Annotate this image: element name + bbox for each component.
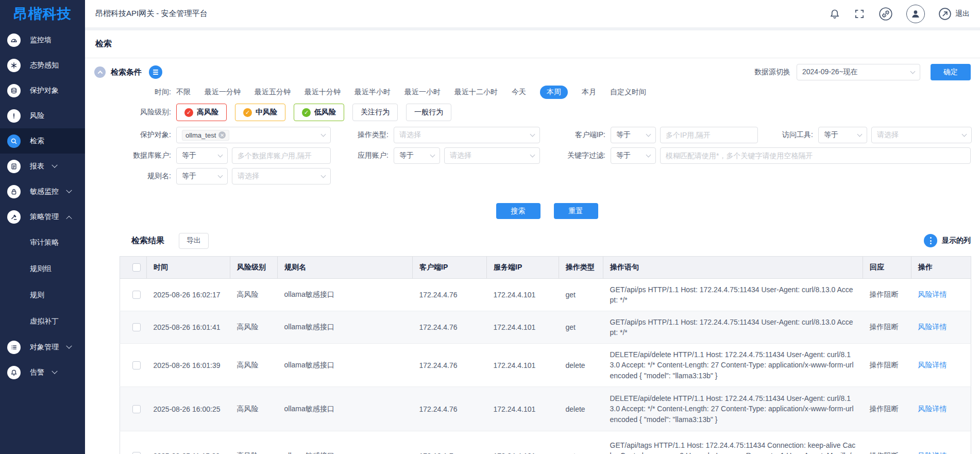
sidebar-item-rules[interactable]: 规则	[0, 282, 85, 308]
time-option[interactable]: 最近十分钟	[305, 88, 341, 97]
fullscreen-icon[interactable]	[854, 8, 865, 20]
cell-client-ip: 172.24.4.76	[413, 311, 487, 344]
content-card: 检索 检索条件 数据源切换 2024-09-26~现在 确定 时间:	[85, 30, 980, 454]
app-title: 昂楷科技API网关 - 安全管理平台	[95, 9, 208, 19]
row-checkbox[interactable]	[132, 291, 141, 299]
sidebar-item-virtual-patch[interactable]: 虚拟补丁	[0, 308, 85, 334]
sidebar-subitem-label: 规则组	[30, 264, 52, 274]
bell-icon[interactable]	[829, 8, 840, 20]
row-checkbox[interactable]	[132, 405, 141, 413]
risk-detail-link[interactable]: 风险详情	[918, 361, 947, 369]
db-account-input[interactable]	[232, 147, 331, 164]
time-option[interactable]: 自定义时间	[610, 88, 646, 97]
search-button[interactable]: 搜索	[496, 203, 540, 219]
time-option[interactable]: 不限	[176, 88, 191, 97]
time-filter-row: 时间: 不限 最近一分钟 最近五分钟 最近十分钟 最近半小时 最近一小时 最近十…	[94, 85, 980, 100]
access-tool-select[interactable]: 请选择	[871, 127, 972, 143]
filter-section-header: 检索条件 数据源切换 2024-09-26~现在 确定	[94, 65, 971, 79]
time-option-selected[interactable]: 本周	[540, 86, 568, 99]
sidebar-item-reports[interactable]: 报表	[0, 154, 85, 179]
sidebar-item-search[interactable]: 检索	[0, 128, 85, 154]
app-account-select[interactable]: 请选择	[444, 147, 540, 164]
sidebar-item-rule-group[interactable]: 规则组	[0, 256, 85, 282]
tag-close-icon[interactable]: ✕	[218, 131, 226, 139]
rule-name-op-select[interactable]: 等于	[176, 168, 228, 184]
col-header-server-ip: 服务端IP	[487, 257, 559, 279]
sidebar-item-audit-policy[interactable]: 审计策略	[0, 229, 85, 256]
client-ip-input[interactable]	[660, 127, 758, 143]
sidebar-item-label: 监控墙	[30, 36, 52, 45]
app-account-label: 应用账户:	[331, 151, 388, 160]
logout-button[interactable]: 退出	[938, 7, 970, 21]
sidebar-item-policy-management[interactable]: 策略管理	[0, 204, 85, 229]
general-behavior-button[interactable]: 一般行为	[406, 104, 451, 121]
risk-high-button[interactable]: ✓ 高风险	[176, 104, 227, 121]
time-option[interactable]: 最近五分钟	[255, 88, 291, 97]
select-all-checkbox[interactable]	[132, 263, 141, 272]
client-ip-op-select[interactable]: 等于	[611, 127, 656, 143]
risk-detail-link[interactable]: 风险详情	[918, 323, 947, 331]
row-checkbox[interactable]	[132, 361, 141, 369]
brand-logo: 昂楷科技	[0, 0, 85, 27]
time-label: 时间:	[94, 88, 171, 97]
columns-control: 显示的列	[924, 234, 971, 247]
sidebar-item-risk[interactable]: 风险	[0, 103, 85, 128]
time-option[interactable]: 最近一分钟	[205, 88, 241, 97]
cell-op-type: delete	[559, 387, 603, 431]
risk-low-button[interactable]: ✓ 低风险	[294, 104, 344, 121]
user-avatar[interactable]	[906, 5, 925, 23]
row-checkbox[interactable]	[132, 323, 141, 331]
operation-type-label: 操作类型:	[331, 130, 388, 140]
selected-tag: ollma_test ✕	[182, 130, 229, 141]
attention-behavior-button[interactable]: 关注行为	[352, 104, 398, 121]
time-option[interactable]: 本月	[582, 88, 596, 97]
table-header-row: 时间 风险级别 规则名 客户端IP 服务端IP 操作类型 操作语句 回应 操作	[120, 257, 971, 279]
time-option[interactable]: 今天	[512, 88, 526, 97]
cell-server-ip: 172.24.4.101	[487, 387, 559, 431]
sidebar-item-object-management[interactable]: 对象管理	[0, 334, 85, 360]
filter-row-2: 数据库账户: 等于 应用账户: 等于 请选择 关键字过滤: 等于	[94, 147, 980, 164]
sidebar-item-situation[interactable]: 态势感知	[0, 53, 85, 78]
col-header-action: 操作	[911, 257, 971, 279]
risk-detail-link[interactable]: 风险详情	[918, 405, 947, 413]
sidebar-item-monitor-wall[interactable]: 监控墙	[0, 27, 85, 53]
filter-row-1: 保护对象: ollma_test ✕ 操作类型: 请选择 客户端IP: 等于	[94, 127, 980, 143]
risk-medium-button[interactable]: ✓ 中风险	[235, 104, 285, 121]
columns-label: 显示的列	[942, 236, 971, 245]
time-option[interactable]: 最近半小时	[354, 88, 391, 97]
sidebar-item-alerts[interactable]: 告警	[0, 360, 85, 385]
app-account-op-select[interactable]: 等于	[394, 147, 440, 164]
row-checkbox[interactable]	[132, 452, 141, 454]
results-table: 时间 风险级别 规则名 客户端IP 服务端IP 操作类型 操作语句 回应 操作	[120, 256, 971, 454]
access-tool-op-select[interactable]: 等于	[818, 127, 867, 143]
cell-risk: 高风险	[230, 279, 278, 311]
columns-icon[interactable]	[924, 234, 937, 247]
sidebar-item-protected-objects[interactable]: 保护对象	[0, 78, 85, 103]
list-icon	[7, 341, 21, 354]
cell-op-type: get	[559, 311, 603, 344]
time-option[interactable]: 最近十二小时	[454, 88, 498, 97]
risk-level-buttons: ✓ 高风险 ✓ 中风险 ✓ 低风险 关注行为 一般行为	[176, 104, 451, 121]
link-icon[interactable]	[878, 7, 893, 21]
confirm-button[interactable]: 确定	[931, 64, 971, 80]
sidebar-subitem-label: 规则	[30, 291, 44, 300]
export-button[interactable]: 导出	[179, 233, 209, 249]
datasource-select[interactable]: 2024-09-26~现在	[797, 64, 920, 80]
protect-object-select[interactable]: ollma_test ✕	[176, 127, 331, 143]
sidebar-item-label: 报表	[30, 162, 44, 171]
rule-name-select[interactable]: 请选择	[232, 168, 331, 184]
filter-menu-icon[interactable]	[149, 65, 162, 79]
db-account-op-select[interactable]: 等于	[176, 147, 228, 164]
keyword-input[interactable]	[660, 147, 971, 164]
sidebar-item-sensitive-monitor[interactable]: 敏感监控	[0, 179, 85, 204]
cell-server-ip: 172.24.4.101	[487, 344, 559, 387]
risk-detail-link[interactable]: 风险详情	[918, 290, 947, 298]
time-option[interactable]: 最近一小时	[404, 88, 441, 97]
collapse-icon[interactable]	[94, 66, 106, 78]
risk-detail-link[interactable]: 风险详情	[918, 451, 947, 454]
operation-type-select[interactable]: 请选择	[394, 127, 540, 143]
table-row: 2025-08-26 16:01:41 高风险 ollama敏感接口 172.2…	[120, 311, 971, 344]
reset-button[interactable]: 重置	[554, 203, 598, 219]
col-header-time: 时间	[147, 257, 230, 279]
keyword-op-select[interactable]: 等于	[611, 147, 656, 164]
